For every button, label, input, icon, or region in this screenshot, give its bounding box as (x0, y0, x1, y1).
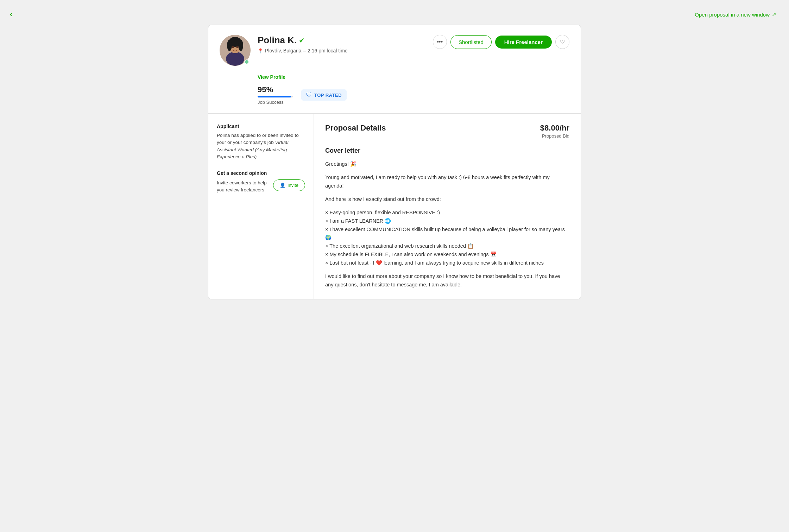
main-content: Proposal Details $8.00/hr Proposed Bid C… (314, 114, 581, 299)
name-row: Polina K. ✔ (258, 35, 426, 46)
location: Plovdiv, Bulgaria (265, 48, 301, 53)
verified-icon: ✔ (299, 36, 305, 45)
bid-section: $8.00/hr Proposed Bid (540, 124, 569, 139)
cover-bullets: × Easy-going person, flexible and RESPON… (325, 209, 569, 267)
shield-icon: 🛡 (306, 92, 312, 98)
avatar-wrap (220, 35, 251, 66)
job-success: 95% Job Success (258, 85, 293, 105)
svg-point-7 (236, 46, 238, 48)
job-success-percentage: 95% (258, 85, 293, 94)
online-indicator (244, 59, 249, 64)
external-link-icon: ↗ (772, 11, 776, 18)
second-opinion-section: Get a second opinion Invite coworkers to… (217, 170, 305, 194)
cover-para2: And here is how I exactly stand out from… (325, 195, 569, 204)
shortlisted-button[interactable]: Shortlisted (450, 35, 492, 49)
stats-row: 95% Job Success 🛡 TOP RATED (258, 85, 569, 105)
invite-button[interactable]: 👤 Invite (273, 179, 305, 191)
view-profile-link[interactable]: View Profile (258, 74, 285, 80)
cover-para3: I would like to find out more about your… (325, 272, 569, 289)
location-row: 📍 Plovdiv, Bulgaria – 2:16 pm local time (258, 48, 426, 53)
cover-greeting: Greetings! 🎉 (325, 160, 569, 169)
invite-label: Invite (288, 183, 298, 188)
svg-point-5 (238, 40, 243, 51)
applicant-title: Applicant (217, 124, 305, 129)
bid-amount: $8.00/hr (540, 124, 569, 133)
bullet1: × Easy-going person, flexible and RESPON… (325, 210, 440, 215)
heart-icon: ♡ (560, 39, 565, 45)
progress-bar (258, 96, 293, 97)
shortlisted-label: Shortlisted (459, 39, 484, 45)
svg-point-4 (227, 40, 232, 51)
profile-actions: ••• Shortlisted Hire Freelancer ♡ (433, 35, 569, 49)
invite-desc: Invite coworkers to help you review free… (217, 179, 269, 194)
invite-row: Invite coworkers to help you review free… (217, 179, 305, 194)
applicant-section: Applicant Polina has applied to or been … (217, 124, 305, 160)
hire-freelancer-button[interactable]: Hire Freelancer (495, 36, 552, 49)
top-rated-badge: 🛡 TOP RATED (301, 89, 347, 101)
bullet4: × The excellent organizational and web r… (325, 243, 474, 249)
more-options-button[interactable]: ••• (433, 35, 447, 49)
profile-header: Polina K. ✔ 📍 Plovdiv, Bulgaria – 2:16 p… (220, 35, 569, 66)
bullet2: × I am a FAST LEARNER 🌐 (325, 218, 391, 224)
favorite-button[interactable]: ♡ (555, 35, 569, 49)
freelancer-name: Polina K. (258, 35, 297, 46)
location-pin-icon: 📍 (258, 48, 263, 53)
open-proposal-link[interactable]: Open proposal in a new window ↗ (695, 11, 776, 18)
cover-letter-body: Greetings! 🎉 Young and motivated, I am r… (325, 160, 569, 289)
bullet6: × Last but not least - I ❤️ learning, an… (325, 260, 544, 266)
invite-person-icon: 👤 (280, 183, 285, 188)
applicant-text: Polina has applied to or been invited to… (217, 132, 305, 160)
time-separator: – (303, 48, 306, 53)
local-time: 2:16 pm local time (308, 48, 348, 53)
second-opinion-title: Get a second opinion (217, 170, 305, 176)
cover-letter-title: Cover letter (325, 147, 569, 154)
job-success-label: Job Success (258, 100, 293, 105)
open-proposal-label: Open proposal in a new window (695, 12, 770, 18)
cover-para1: Young and motivated, I am ready to help … (325, 173, 569, 190)
svg-point-1 (226, 52, 244, 66)
bid-label: Proposed Bid (540, 133, 569, 139)
profile-section: Polina K. ✔ 📍 Plovdiv, Bulgaria – 2:16 p… (208, 25, 581, 114)
body-section: Applicant Polina has applied to or been … (208, 114, 581, 299)
profile-stats-area: View Profile 95% Job Success 🛡 TOP RATED (258, 69, 569, 105)
proposal-title: Proposal Details (325, 124, 386, 133)
top-bar: ‹ Open proposal in a new window ↗ (7, 7, 782, 25)
sidebar: Applicant Polina has applied to or been … (208, 114, 314, 299)
bullet5: × My schedule is FLEXIBLE, I can also wo… (325, 252, 497, 257)
proposal-header: Proposal Details $8.00/hr Proposed Bid (325, 124, 569, 139)
progress-bar-fill (258, 96, 291, 97)
more-icon: ••• (437, 39, 443, 45)
main-card: Polina K. ✔ 📍 Plovdiv, Bulgaria – 2:16 p… (208, 25, 581, 299)
back-button[interactable]: ‹ (10, 10, 12, 19)
top-rated-text: TOP RATED (314, 93, 342, 98)
hire-label: Hire Freelancer (504, 39, 543, 45)
profile-info: Polina K. ✔ 📍 Plovdiv, Bulgaria – 2:16 p… (258, 35, 426, 53)
bullet3: × I have excellent COMMUNICATION skills … (325, 227, 565, 241)
svg-point-6 (232, 46, 234, 48)
